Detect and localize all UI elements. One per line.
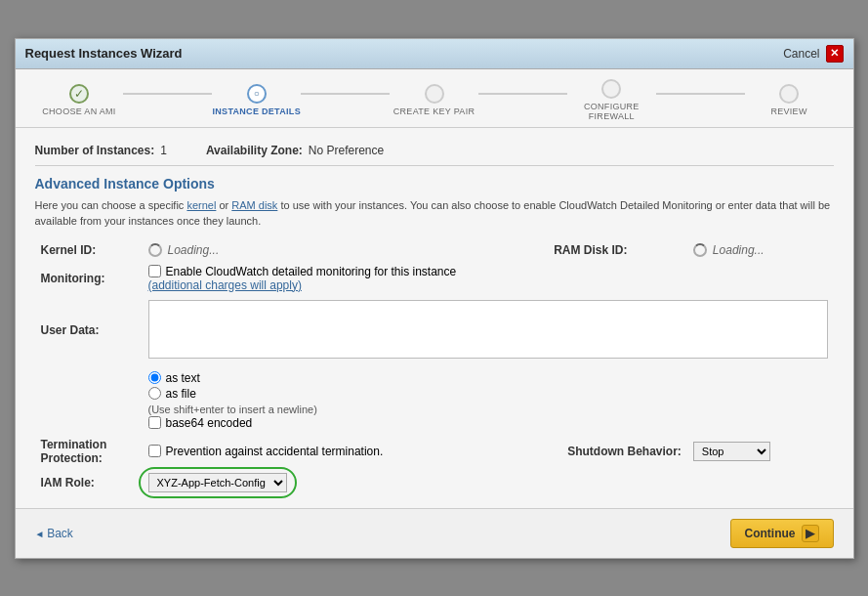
num-instances-item: Number of Instances: 1 bbox=[35, 144, 167, 157]
charges-link[interactable]: (additional charges will apply) bbox=[148, 278, 302, 292]
termination-label-text: TerminationProtection: bbox=[41, 438, 107, 465]
ram-disk-loading-icon bbox=[693, 243, 707, 257]
shutdown-behavior-cell: Stop Terminate bbox=[687, 434, 834, 469]
dialog-content: Number of Instances: 1 Availability Zone… bbox=[16, 128, 853, 508]
dialog-titlebar: Request Instances Wizard Cancel ✕ bbox=[16, 39, 853, 69]
step-circle-instance-details: ○ bbox=[247, 84, 267, 104]
termination-checkbox-row: Prevention against accidental terminatio… bbox=[148, 445, 543, 458]
step-label-create-key-pair: CREATE KEY PAIR bbox=[393, 106, 475, 116]
as-file-row: as file bbox=[148, 387, 828, 401]
base64-label: base64 encoded bbox=[166, 416, 253, 430]
shutdown-behavior-select[interactable]: Stop Terminate bbox=[693, 442, 770, 461]
monitoring-checkbox[interactable] bbox=[148, 265, 161, 277]
base64-checkbox[interactable] bbox=[148, 416, 161, 429]
monitoring-charges: (additional charges will apply) bbox=[148, 278, 828, 292]
dialog-title: Request Instances Wizard bbox=[25, 46, 183, 61]
title-controls: Cancel ✕ bbox=[783, 45, 843, 63]
as-file-label: as file bbox=[166, 387, 196, 401]
kernel-id-value: Loading... bbox=[143, 239, 549, 261]
checkmark-icon: ✓ bbox=[74, 87, 84, 101]
wizard-steps: ✓ CHOOSE AN AMI ○ INSTANCE DETAILS CREAT… bbox=[16, 69, 853, 128]
user-data-label: User Data: bbox=[35, 296, 143, 365]
termination-label: TerminationProtection: bbox=[35, 434, 143, 469]
ram-disk-loading-text: Loading... bbox=[713, 243, 765, 257]
as-text-row: as text bbox=[148, 371, 828, 385]
advanced-title: Advanced Instance Options bbox=[35, 176, 834, 192]
request-instances-wizard-dialog: Request Instances Wizard Cancel ✕ ✓ CHOO… bbox=[15, 38, 854, 559]
steps-row: ✓ CHOOSE AN AMI ○ INSTANCE DETAILS CREAT… bbox=[35, 79, 834, 121]
shutdown-behavior-label: Shutdown Behavior: bbox=[548, 434, 687, 469]
step-label-choose-ami: CHOOSE AN AMI bbox=[42, 106, 115, 116]
summary-row: Number of Instances: 1 Availability Zone… bbox=[35, 140, 834, 166]
step-line-2 bbox=[301, 93, 390, 95]
num-instances-value: 1 bbox=[160, 144, 167, 157]
close-button[interactable]: ✕ bbox=[826, 45, 844, 63]
kernel-ram-row: Kernel ID: Loading... RAM Disk ID: Loadi… bbox=[35, 239, 834, 261]
monitoring-value: Enable CloudWatch detailed monitoring fo… bbox=[143, 261, 834, 296]
as-text-label: as text bbox=[166, 371, 200, 385]
termination-checkbox[interactable] bbox=[148, 445, 161, 457]
iam-role-label: IAM Role: bbox=[35, 469, 143, 496]
kernel-id-label: Kernel ID: bbox=[35, 239, 143, 261]
ram-disk-value: Loading... bbox=[687, 239, 834, 261]
kernel-loading: Loading... bbox=[148, 243, 543, 257]
availability-zone-label: Availability Zone: bbox=[206, 144, 303, 157]
kernel-link[interactable]: kernel bbox=[186, 199, 216, 211]
ram-disk-link[interactable]: RAM disk bbox=[231, 199, 277, 211]
form-table: Kernel ID: Loading... RAM Disk ID: Loadi… bbox=[35, 239, 834, 496]
iam-role-wrapper: XYZ-App-Fetch-Config None bbox=[148, 473, 287, 492]
monitoring-checkbox-label: Enable CloudWatch detailed monitoring fo… bbox=[166, 265, 457, 278]
availability-zone-item: Availability Zone: No Preference bbox=[206, 144, 384, 157]
kernel-loading-icon bbox=[148, 243, 162, 257]
termination-checkbox-label: Prevention against accidental terminatio… bbox=[166, 445, 384, 458]
step-label-review: REVIEW bbox=[770, 106, 806, 116]
advanced-desc: Here you can choose a specific kernel or… bbox=[35, 197, 834, 230]
continue-label: Continue bbox=[745, 527, 796, 540]
step-circle-configure-firewall bbox=[601, 79, 621, 99]
user-data-row: User Data: bbox=[35, 296, 834, 365]
availability-zone-value: No Preference bbox=[309, 144, 384, 157]
step-circle-review bbox=[779, 84, 799, 104]
back-link[interactable]: Back bbox=[35, 527, 73, 540]
step-circle-choose-ami: ✓ bbox=[69, 84, 89, 104]
user-data-textarea[interactable] bbox=[148, 300, 828, 359]
termination-row: TerminationProtection: Prevention agains… bbox=[35, 434, 834, 469]
ram-disk-id-label: RAM Disk ID: bbox=[548, 239, 687, 261]
as-text-radio[interactable] bbox=[148, 371, 161, 384]
kernel-loading-text: Loading... bbox=[168, 243, 220, 257]
continue-button[interactable]: Continue ▶ bbox=[730, 519, 834, 548]
step-line-1 bbox=[123, 93, 212, 95]
monitoring-row: Monitoring: Enable CloudWatch detailed m… bbox=[35, 261, 834, 296]
iam-role-row: IAM Role: XYZ-App-Fetch-Config None bbox=[35, 469, 834, 496]
cancel-link[interactable]: Cancel bbox=[783, 47, 819, 61]
user-data-field bbox=[143, 296, 834, 365]
text-file-row: as text as file (Use shift+enter to inse… bbox=[35, 365, 834, 434]
num-instances-label: Number of Instances: bbox=[35, 144, 155, 157]
dialog-footer: Back Continue ▶ bbox=[16, 508, 853, 558]
step-choose-ami[interactable]: ✓ CHOOSE AN AMI bbox=[35, 84, 124, 116]
step-configure-firewall[interactable]: CONFIGURE FIREWALL bbox=[567, 79, 656, 121]
base64-row: base64 encoded bbox=[148, 416, 828, 430]
step-instance-details[interactable]: ○ INSTANCE DETAILS bbox=[212, 84, 301, 116]
shift-enter-text: (Use shift+enter to insert a newline) bbox=[148, 404, 317, 415]
step-circle-create-key-pair bbox=[425, 84, 444, 104]
iam-role-select[interactable]: XYZ-App-Fetch-Config None bbox=[148, 473, 287, 492]
termination-checkbox-cell: Prevention against accidental terminatio… bbox=[143, 434, 549, 469]
step-create-key-pair[interactable]: CREATE KEY PAIR bbox=[390, 84, 478, 116]
step-line-4 bbox=[656, 93, 745, 95]
step-label-instance-details: INSTANCE DETAILS bbox=[212, 106, 300, 116]
ram-disk-loading: Loading... bbox=[693, 243, 828, 257]
monitoring-label: Monitoring: bbox=[35, 261, 143, 296]
step-num-2: ○ bbox=[254, 88, 260, 99]
as-file-radio[interactable] bbox=[148, 387, 161, 400]
shift-enter-hint: (Use shift+enter to insert a newline) bbox=[148, 403, 828, 416]
text-file-options: as text as file (Use shift+enter to inse… bbox=[143, 365, 834, 434]
iam-role-cell: XYZ-App-Fetch-Config None bbox=[143, 469, 834, 496]
monitoring-checkbox-row: Enable CloudWatch detailed monitoring fo… bbox=[148, 265, 828, 278]
step-label-configure-firewall: CONFIGURE FIREWALL bbox=[567, 102, 656, 121]
continue-arrow-icon: ▶ bbox=[802, 525, 819, 542]
step-line-3 bbox=[478, 93, 567, 95]
step-review[interactable]: REVIEW bbox=[745, 84, 834, 116]
